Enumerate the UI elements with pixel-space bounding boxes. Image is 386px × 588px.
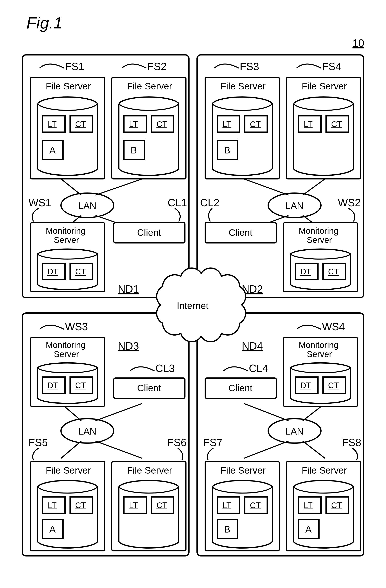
fs8-lt: LT xyxy=(304,501,313,510)
fs6-title: File Server xyxy=(127,465,172,476)
fs6-label: FS6 xyxy=(167,437,186,448)
cl4-title: Client xyxy=(228,383,253,393)
fs5-ct: CT xyxy=(75,501,86,510)
figure-label: Fig.1 xyxy=(26,14,62,32)
ws4-label: WS4 xyxy=(322,321,345,333)
cl2-title: Client xyxy=(228,227,253,238)
fs2-lt: LT xyxy=(129,120,138,129)
fs1-a: A xyxy=(49,145,56,155)
nd4-label: ND4 xyxy=(242,340,263,352)
node-nd4: LAN ND4 WS4 Monitoring Server DT CT CL4 xyxy=(197,313,364,556)
lan-label-nd2: LAN xyxy=(285,200,304,211)
file-server-fs1: FS1 File Server LT CT A xyxy=(30,61,105,179)
ws3-ct: CT xyxy=(75,381,86,390)
internet-cloud-icon: Internet xyxy=(157,268,246,342)
top-right-label: 10 xyxy=(352,37,364,49)
ws1-title1: Monitoring xyxy=(46,226,85,235)
fs4-lt: LT xyxy=(304,120,313,129)
lan-label-nd1: LAN xyxy=(78,200,96,211)
fs6-cylinder-icon xyxy=(119,481,179,548)
ws3-title2: Server xyxy=(54,349,79,359)
fs3-cylinder-icon xyxy=(212,97,272,175)
ws2-label: WS2 xyxy=(338,197,361,209)
fs5-a: A xyxy=(49,524,56,535)
fs2-cylinder-icon xyxy=(119,97,179,175)
node-nd2: LAN FS3 File Server LT CT B FS4 xyxy=(197,55,364,298)
fs2-ct: CT xyxy=(156,120,167,129)
cl3-label: CL3 xyxy=(155,362,175,374)
ws1-ct: CT xyxy=(75,267,86,276)
fs4-ct: CT xyxy=(331,120,342,129)
fs8-ct: CT xyxy=(331,501,342,510)
file-server-fs4: FS4 File Server LT CT xyxy=(286,61,361,179)
fs8-title: File Server xyxy=(302,465,347,476)
ws4-dt: DT xyxy=(300,381,311,390)
fs1-label: FS1 xyxy=(65,61,84,72)
fs8-label: FS8 xyxy=(342,437,361,448)
ws3-label: WS3 xyxy=(65,321,88,333)
fs5-lt: LT xyxy=(48,501,57,510)
fs1-lt: LT xyxy=(48,120,57,129)
fs7-lt: LT xyxy=(223,501,231,510)
ws3-dt: DT xyxy=(47,381,58,390)
cl1-label: CL1 xyxy=(168,197,187,209)
fs2-b: B xyxy=(131,145,137,155)
node-nd3: LAN WS3 Monitoring Server DT CT ND3 CL3 xyxy=(22,313,189,556)
ws4-ct: CT xyxy=(328,381,339,390)
cl4-label: CL4 xyxy=(249,362,268,374)
fs3-title: File Server xyxy=(221,81,265,91)
ws2-dt: DT xyxy=(300,267,311,276)
ws2-title1: Monitoring xyxy=(299,226,339,235)
ws1-dt: DT xyxy=(47,267,58,276)
ws4-title1: Monitoring xyxy=(299,340,339,350)
cl1-title: Client xyxy=(137,227,161,238)
fs3-b: B xyxy=(224,145,230,155)
fs4-cylinder-icon xyxy=(294,97,353,175)
fs7-label: FS7 xyxy=(203,437,223,448)
nd1-label: ND1 xyxy=(118,283,139,295)
ws2-ct: CT xyxy=(328,267,339,276)
ws3-title1: Monitoring xyxy=(46,340,85,350)
fs1-title: File Server xyxy=(46,81,91,91)
fs2-title: File Server xyxy=(127,81,172,91)
file-server-fs3: FS3 File Server LT CT B xyxy=(205,61,279,179)
ws2-title2: Server xyxy=(307,235,332,245)
fs3-ct: CT xyxy=(250,120,261,129)
fs5-title: File Server xyxy=(46,465,91,476)
nd3-label: ND3 xyxy=(118,340,139,352)
cl2-label: CL2 xyxy=(200,197,219,209)
node-nd1: LAN FS1 File Server LT CT A xyxy=(22,55,189,298)
fs7-title: File Server xyxy=(221,465,265,476)
internet-label: Internet xyxy=(177,300,208,311)
ws1-label: WS1 xyxy=(28,197,51,209)
fs3-label: FS3 xyxy=(240,61,259,72)
fs4-label: FS4 xyxy=(322,61,341,72)
cl3-title: Client xyxy=(137,383,161,393)
fs7-b: B xyxy=(224,524,230,535)
fs3-lt: LT xyxy=(223,120,231,129)
fs5-label: FS5 xyxy=(28,437,48,448)
fs2-label: FS2 xyxy=(147,61,167,72)
ws4-title2: Server xyxy=(307,349,332,359)
file-server-fs2: FS2 File Server LT CT B xyxy=(112,61,186,179)
fs8-a: A xyxy=(305,524,312,535)
fs7-ct: CT xyxy=(250,501,261,510)
fs4-title: File Server xyxy=(302,81,347,91)
fs1-cylinder-icon xyxy=(38,97,98,175)
fs1-ct: CT xyxy=(75,120,86,129)
ws1-title2: Server xyxy=(54,235,79,245)
lan-label-nd3: LAN xyxy=(78,426,96,437)
fs6-lt: LT xyxy=(129,501,138,510)
fs6-ct: CT xyxy=(156,501,167,510)
lan-label-nd4: LAN xyxy=(285,426,304,437)
diagram-svg: Fig.1 10 LAN FS1 File Server LT CT xyxy=(0,0,386,588)
